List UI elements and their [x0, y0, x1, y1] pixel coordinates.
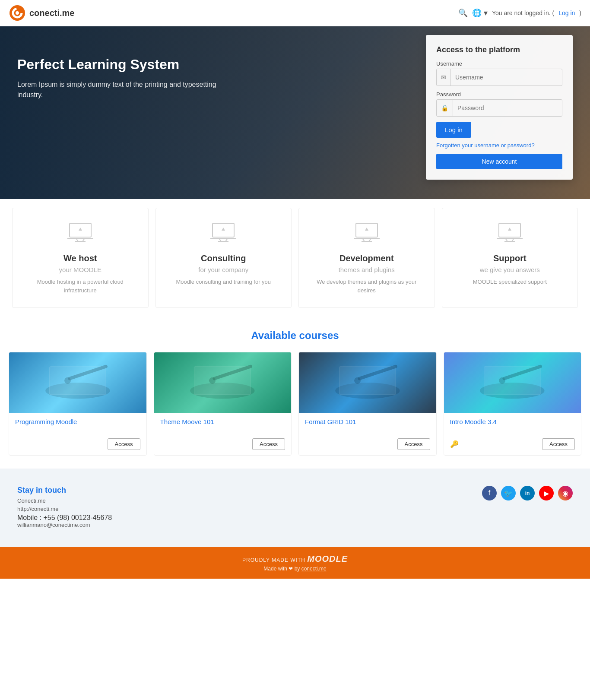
logo-icon — [9, 4, 26, 22]
course-footer-0: Access — [9, 435, 146, 455]
access-button-2[interactable]: Access — [397, 438, 430, 450]
feature-subtitle-1: for your company — [165, 266, 283, 273]
course-image-1 — [154, 352, 292, 413]
feature-icon-1 — [165, 221, 283, 247]
feature-title-0: We host — [21, 253, 140, 263]
logo-text: conecti.me — [29, 8, 74, 18]
username-field-wrap: ✉ — [436, 69, 562, 86]
hero-subtitle: Lorem Ipsum is simply dummy text of the … — [17, 79, 233, 100]
course-card-1: Theme Moove 101 Access — [154, 352, 292, 456]
course-img-overlay-2 — [299, 352, 436, 413]
access-button-0[interactable]: Access — [108, 438, 140, 450]
course-body-2: Format GRID 101 — [299, 413, 436, 435]
login-button[interactable]: Log in — [436, 122, 471, 138]
feature-icon-0 — [21, 221, 140, 247]
svg-line-5 — [76, 238, 78, 241]
feature-desc-0: Moodle hosting in a powerful cloud infra… — [21, 278, 140, 295]
course-lock-icon-3: 🔑 — [450, 440, 459, 448]
mobile-text: Mobile : +55 (98) 00123-45678 — [17, 514, 112, 521]
feature-subtitle-3: we give you answers — [451, 266, 569, 273]
envelope-icon: ✉ — [437, 69, 451, 86]
course-card-0: Programming Moodle Access — [9, 352, 147, 456]
svg-marker-8 — [79, 228, 82, 231]
svg-point-30 — [64, 377, 71, 384]
svg-line-12 — [225, 238, 228, 241]
course-name-0[interactable]: Programming Moodle — [15, 418, 140, 425]
svg-line-18 — [369, 238, 371, 241]
svg-point-42 — [499, 377, 505, 384]
forgot-password-link[interactable]: Forgotten your username or password? — [436, 142, 562, 149]
hero-content: Perfect Learning System Lorem Ipsum is s… — [17, 48, 233, 100]
svg-line-17 — [362, 238, 365, 241]
course-img-overlay-3 — [444, 352, 581, 413]
course-card-2: Format GRID 101 Access — [298, 352, 437, 456]
access-button-1[interactable]: Access — [252, 438, 285, 450]
footer-bottom-sub: Made with ❤ by conecti.me — [7, 566, 583, 572]
feature-card-3: Support we give you answers MOODLE speci… — [442, 208, 578, 308]
course-body-0: Programming Moodle — [9, 413, 146, 435]
hero-section: Perfect Learning System Lorem Ipsum is s… — [0, 26, 590, 199]
feature-card-0: We host your MOODLE Moodle hosting in a … — [12, 208, 149, 308]
feature-desc-3: MOODLE specialized support — [451, 278, 569, 286]
svg-point-2 — [16, 11, 19, 15]
course-footer-1: Access — [154, 435, 292, 455]
password-label: Password — [436, 91, 562, 98]
course-footer-3: 🔑 Access — [444, 435, 581, 455]
not-logged-end: ) — [579, 10, 581, 16]
language-icon[interactable]: 🌐 ▾ — [472, 8, 488, 18]
svg-marker-26 — [508, 228, 511, 231]
course-img-overlay-0 — [9, 352, 146, 413]
feature-subtitle-2: themes and plugins — [308, 266, 426, 273]
moodle-logo: moodle — [307, 554, 348, 564]
login-card-title: Access to the platform — [436, 45, 562, 54]
feature-desc-1: Moodle consulting and training for you — [165, 278, 283, 286]
new-account-button[interactable]: New account — [436, 154, 562, 169]
features-section: We host your MOODLE Moodle hosting in a … — [0, 199, 590, 317]
twitter-icon[interactable]: 🐦 — [501, 486, 516, 500]
password-field-wrap: 🔒 — [436, 99, 562, 117]
proudly-made-text: PROUDLY MADE WITH — [242, 557, 305, 563]
svg-marker-20 — [365, 228, 368, 231]
login-link[interactable]: Log in — [558, 10, 575, 16]
site-header: conecti.me 🔍 🌐 ▾ You are not logged in. … — [0, 0, 590, 26]
course-body-3: Intro Moodle 3.4 — [444, 413, 581, 435]
logo-area: conecti.me — [9, 4, 458, 22]
courses-section: Available courses Programming Moodle Acc… — [0, 317, 590, 469]
conectime-link[interactable]: conecti.me — [301, 566, 327, 572]
feature-title-3: Support — [451, 253, 569, 263]
search-icon[interactable]: 🔍 — [458, 8, 468, 18]
instagram-icon[interactable]: ◉ — [558, 486, 573, 500]
course-name-1[interactable]: Theme Moove 101 — [160, 418, 285, 425]
company-name: Conecti.me — [17, 497, 112, 504]
course-card-3: Intro Moodle 3.4 🔑 Access — [444, 352, 582, 456]
svg-line-11 — [219, 238, 221, 241]
password-input[interactable] — [453, 101, 562, 115]
feature-card-2: Development themes and plugins We develo… — [298, 208, 435, 308]
course-image-2 — [299, 352, 436, 413]
youtube-icon[interactable]: ▶ — [539, 486, 554, 500]
footer-bottom: PROUDLY MADE WITH moodle Made with ❤ by … — [0, 547, 590, 579]
feature-subtitle-0: your MOODLE — [21, 266, 140, 273]
website-link[interactable]: http://conecti.me — [17, 506, 112, 512]
facebook-icon[interactable]: f — [482, 486, 497, 500]
svg-line-24 — [512, 238, 514, 241]
linkedin-icon[interactable]: in — [520, 486, 535, 500]
made-with-text: Made with ❤ by — [263, 566, 301, 572]
svg-point-34 — [209, 377, 216, 384]
footer-bottom-top: PROUDLY MADE WITH moodle — [7, 554, 583, 564]
course-name-3[interactable]: Intro Moodle 3.4 — [450, 418, 575, 425]
lock-icon: 🔒 — [437, 100, 453, 116]
course-image-3 — [444, 352, 581, 413]
course-name-2[interactable]: Format GRID 101 — [305, 418, 430, 425]
svg-line-6 — [82, 238, 85, 241]
access-button-3[interactable]: Access — [542, 438, 575, 450]
username-label: Username — [436, 60, 562, 67]
course-body-1: Theme Moove 101 — [154, 413, 292, 435]
username-input[interactable] — [451, 70, 562, 84]
feature-desc-2: We develop themes and plugins as your de… — [308, 278, 426, 295]
not-logged-text: You are not logged in. ( — [492, 10, 554, 16]
header-right: 🔍 🌐 ▾ You are not logged in. ( Log in ) — [458, 8, 581, 18]
email-link[interactable]: willianmano@conectime.com — [17, 522, 112, 528]
footer-contact: Stay in touch Conecti.me http://conecti.… — [0, 469, 590, 547]
svg-line-23 — [505, 238, 508, 241]
